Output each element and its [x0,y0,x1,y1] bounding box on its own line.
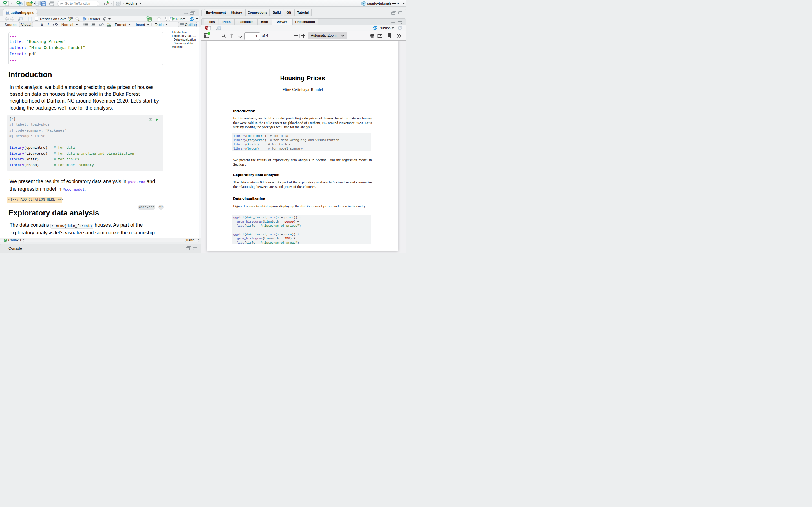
svg-text:G: G [104,2,107,6]
svg-text:C: C [149,18,151,21]
svg-text:C: C [4,238,6,241]
svg-text:2: 2 [91,24,92,26]
svg-text:1: 1 [91,22,92,24]
svg-text:R: R [363,2,365,5]
svg-text:ABC: ABC [68,17,73,19]
